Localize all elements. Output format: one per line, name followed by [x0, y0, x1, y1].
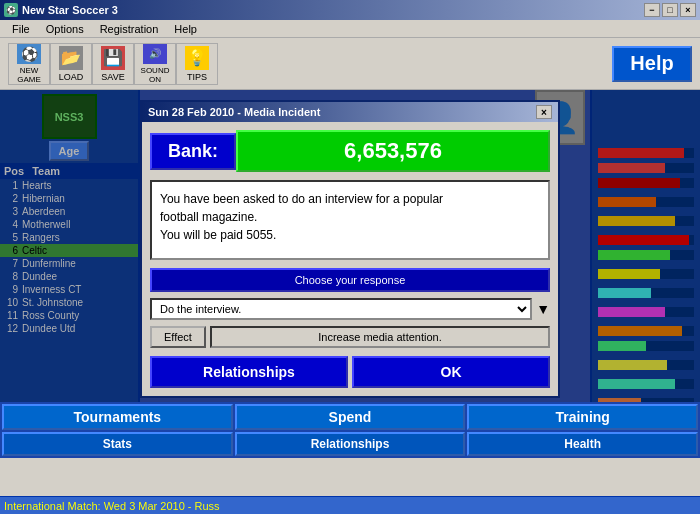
bottom-nav-row2: Stats Relationships Health	[0, 432, 700, 458]
menu-registration[interactable]: Registration	[92, 21, 167, 37]
relationships-nav-button[interactable]: Relationships	[235, 432, 466, 456]
sound-icon: 🔊	[143, 44, 167, 64]
bank-label: Bank:	[150, 133, 236, 170]
bank-value: 6,653,576	[236, 130, 550, 172]
dropdown-arrow-icon[interactable]: ▼	[536, 301, 550, 317]
bottom-nav-row1: Tournaments Spend Training	[0, 402, 700, 432]
health-button[interactable]: Health	[467, 432, 698, 456]
status-bar: International Match: Wed 3 Mar 2010 - Ru…	[0, 496, 700, 514]
tips-label: TIPS	[187, 72, 207, 82]
dropdown-row: Do the interview. ▼	[150, 298, 550, 320]
ok-button[interactable]: OK	[352, 356, 550, 388]
tournaments-button[interactable]: Tournaments	[2, 404, 233, 430]
tips-icon: 💡	[185, 46, 209, 70]
load-label: LOAD	[59, 72, 84, 82]
modal-close-button[interactable]: ×	[536, 105, 552, 119]
menu-bar: File Options Registration Help	[0, 20, 700, 38]
load-icon: 📂	[59, 46, 83, 70]
choose-response-button[interactable]: Choose your response	[150, 268, 550, 292]
save-label: SAVE	[101, 72, 124, 82]
maximize-button[interactable]: □	[662, 3, 678, 17]
response-dropdown[interactable]: Do the interview.	[150, 298, 532, 320]
spend-button[interactable]: Spend	[235, 404, 466, 430]
sound-label: SOUND ON	[141, 66, 170, 84]
window-title: New Star Soccer 3	[22, 4, 118, 16]
save-icon: 💾	[101, 46, 125, 70]
effect-button[interactable]: Effect	[150, 326, 206, 348]
help-button[interactable]: Help	[612, 46, 692, 82]
menu-file[interactable]: File	[4, 21, 38, 37]
stats-button[interactable]: Stats	[2, 432, 233, 456]
bottom-buttons: Relationships OK	[150, 356, 550, 388]
close-button[interactable]: ×	[680, 3, 696, 17]
minimize-button[interactable]: −	[644, 3, 660, 17]
toolbar: ⚽ NEW GAME 📂 LOAD 💾 SAVE 🔊 SOUND ON 💡 TI…	[0, 38, 700, 90]
menu-help[interactable]: Help	[166, 21, 205, 37]
effect-row: Effect Increase media attention.	[150, 326, 550, 348]
modal-title-bar: Sun 28 Feb 2010 - Media Incident ×	[142, 102, 558, 122]
message-box: You have been asked to do an interview f…	[150, 180, 550, 260]
modal-title-text: Sun 28 Feb 2010 - Media Incident	[148, 106, 320, 118]
new-game-button[interactable]: ⚽ NEW GAME	[8, 43, 50, 85]
title-bar: ⚽ New Star Soccer 3 − □ ×	[0, 0, 700, 20]
media-incident-dialog: Sun 28 Feb 2010 - Media Incident × Bank:…	[140, 100, 560, 398]
message-text: You have been asked to do an interview f…	[160, 192, 443, 242]
bank-row: Bank: 6,653,576	[150, 130, 550, 172]
load-button[interactable]: 📂 LOAD	[50, 43, 92, 85]
modal-body: Bank: 6,653,576 You have been asked to d…	[142, 122, 558, 396]
window-controls: − □ ×	[644, 3, 696, 17]
effect-info: Increase media attention.	[210, 326, 550, 348]
sound-button[interactable]: 🔊 SOUND ON	[134, 43, 176, 85]
modal-overlay: Sun 28 Feb 2010 - Media Incident × Bank:…	[0, 90, 700, 402]
relationships-button[interactable]: Relationships	[150, 356, 348, 388]
new-game-icon: ⚽	[17, 44, 41, 64]
training-button[interactable]: Training	[467, 404, 698, 430]
menu-options[interactable]: Options	[38, 21, 92, 37]
save-button[interactable]: 💾 SAVE	[92, 43, 134, 85]
new-game-label: NEW GAME	[17, 66, 41, 84]
tips-button[interactable]: 💡 TIPS	[176, 43, 218, 85]
app-icon: ⚽	[4, 3, 18, 17]
status-text: International Match: Wed 3 Mar 2010 - Ru…	[4, 500, 220, 512]
